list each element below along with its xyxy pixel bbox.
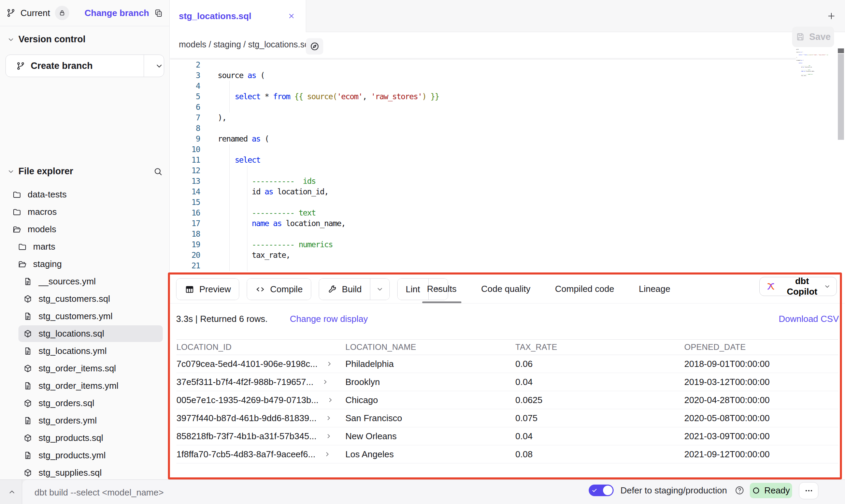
file-explorer-title: File explorer xyxy=(18,166,73,177)
file-item-stg-products-sql[interactable]: stg_products.sql xyxy=(0,429,170,447)
code-line-21[interactable]: 21 xyxy=(170,261,845,271)
line-number: 5 xyxy=(170,91,200,102)
tab-title: stg_locations.sql xyxy=(179,11,251,21)
cell-location-id: 3977f440-b87d-461b-9dd6-81839... xyxy=(176,413,317,424)
model-cube-icon xyxy=(23,399,32,408)
file-item-stg-supplies-sql[interactable]: stg_supplies.sql xyxy=(0,464,170,481)
copy-branch-icon[interactable] xyxy=(154,9,163,18)
search-icon[interactable] xyxy=(153,167,163,176)
chevron-up-icon[interactable] xyxy=(8,488,16,496)
tab-stg-locations-sql[interactable]: stg_locations.sql xyxy=(170,0,306,32)
more-options-button[interactable] xyxy=(799,482,818,499)
code-line-6[interactable]: 6 xyxy=(170,102,845,113)
code-line-17[interactable]: 17 name as location_name, xyxy=(170,218,845,229)
code-line-8[interactable]: 8 xyxy=(170,123,845,134)
tab-lineage[interactable]: Lineage xyxy=(634,275,675,303)
file-item-stg-orders-yml[interactable]: stg_orders.yml xyxy=(0,412,170,429)
file-item-stg-orders-sql[interactable]: stg_orders.sql xyxy=(0,395,170,412)
change-branch-link[interactable]: Change branch xyxy=(85,8,149,18)
version-control-section-header[interactable]: Version control xyxy=(7,34,86,45)
help-icon[interactable] xyxy=(734,485,745,495)
defer-toggle[interactable] xyxy=(589,485,614,496)
code-line-15[interactable]: 15 xyxy=(170,197,845,208)
expand-row-chevron-icon[interactable] xyxy=(327,396,334,404)
expand-row-chevron-icon[interactable] xyxy=(326,360,333,368)
cell-location-id: 1f8ffa70-7cb5-4d83-8a7f-9aceef6... xyxy=(176,449,315,460)
cell-location-name: Chicago xyxy=(345,391,515,409)
code-line-10[interactable]: 10 xyxy=(170,144,845,155)
file-doc-icon xyxy=(23,312,32,321)
code-line-19[interactable]: 19 ---------- numerics xyxy=(170,239,845,250)
build-dropdown-button[interactable] xyxy=(370,279,389,300)
create-branch-label: Create branch xyxy=(31,61,93,71)
version-control-title: Version control xyxy=(18,34,86,45)
cell-location-id: 858218fb-73f7-4b1b-a31f-57b345... xyxy=(176,431,317,442)
code-line-5[interactable]: 5 select * from {{ source('ecom', 'raw_s… xyxy=(170,91,845,102)
build-button[interactable]: Build xyxy=(319,279,370,300)
file-item-stg-order-items-sql[interactable]: stg_order_items.sql xyxy=(0,360,170,377)
close-icon[interactable] xyxy=(287,12,296,20)
column-header-location-name: LOCATION_NAME xyxy=(345,340,515,355)
code-text xyxy=(200,102,845,113)
code-line-14[interactable]: 14 id as location_id, xyxy=(170,187,845,197)
tab-results[interactable]: Results xyxy=(422,275,461,303)
new-tab-plus-icon[interactable] xyxy=(827,11,836,21)
code-line-18[interactable]: 18 xyxy=(170,229,845,239)
file-item-stg-order-items-yml[interactable]: stg_order_items.yml xyxy=(0,377,170,395)
tab-compiled-code[interactable]: Compiled code xyxy=(550,275,619,303)
navigate-button[interactable] xyxy=(306,38,323,55)
download-csv-link[interactable]: Download CSV xyxy=(779,314,839,324)
change-row-display-link[interactable]: Change row display xyxy=(290,314,368,324)
preview-button[interactable]: Preview xyxy=(176,279,239,300)
create-branch-dropdown-button[interactable] xyxy=(144,55,164,77)
scrollbar-thumb[interactable] xyxy=(838,48,844,53)
dbt-copilot-button[interactable]: dbt Copilot xyxy=(759,277,837,296)
table-row: 858218fb-73f7-4b1b-a31f-57b345...New Orl… xyxy=(176,427,838,445)
code-line-12[interactable]: 12 xyxy=(170,165,845,176)
code-line-9[interactable]: 9renamed as ( xyxy=(170,134,845,144)
file-item-stg-products-yml[interactable]: stg_products.yml xyxy=(0,447,170,464)
model-cube-icon xyxy=(23,364,32,373)
code-line-3[interactable]: 3source as ( xyxy=(170,70,845,81)
code-editor[interactable]: 1with23source as (4 5 select * from {{ s… xyxy=(170,58,845,275)
expand-row-chevron-icon[interactable] xyxy=(325,432,332,440)
file-item-stg-customers-sql[interactable]: stg_customers.sql xyxy=(0,290,170,308)
code-line-2[interactable]: 2 xyxy=(170,60,845,70)
file-item-models[interactable]: models xyxy=(0,221,170,238)
file-explorer-section-header[interactable]: File explorer xyxy=(7,166,163,177)
expand-row-chevron-icon[interactable] xyxy=(325,414,332,422)
code-text: ---------- numerics xyxy=(200,239,845,250)
model-cube-icon xyxy=(23,433,32,443)
line-number: 20 xyxy=(170,250,200,261)
cell-location-name: Philadelphia xyxy=(345,355,515,373)
editor-minimap[interactable]: withsource as ( select * from {{ source(… xyxy=(796,49,836,137)
code-line-4[interactable]: 4 xyxy=(170,81,845,91)
file-item-label: stg_products.yml xyxy=(39,450,106,461)
code-line-20[interactable]: 20 tax_rate, xyxy=(170,250,845,261)
chevron-down-icon xyxy=(7,35,15,44)
file-item-stg-locations-sql[interactable]: stg_locations.sql xyxy=(0,325,170,342)
file-item-staging[interactable]: staging xyxy=(0,255,170,273)
file-item-macros[interactable]: macros xyxy=(0,203,170,221)
code-line-7[interactable]: 7), xyxy=(170,113,845,123)
file-item-stg-locations-yml[interactable]: stg_locations.yml xyxy=(0,342,170,360)
editor-scrollbar[interactable] xyxy=(837,48,845,273)
code-line-13[interactable]: 13 ---------- ids xyxy=(170,176,845,187)
code-line-11[interactable]: 11 select xyxy=(170,155,845,165)
create-branch-button[interactable]: Create branch xyxy=(5,55,164,77)
tab-code-quality[interactable]: Code quality xyxy=(476,275,535,303)
compile-button[interactable]: Compile xyxy=(247,279,311,300)
code-text xyxy=(200,81,845,91)
file-item-stg-customers-yml[interactable]: stg_customers.yml xyxy=(0,308,170,325)
code-text: select * from {{ source('ecom', 'raw_sto… xyxy=(200,91,845,102)
code-line-16[interactable]: 16 ---------- text xyxy=(170,208,845,218)
file-item-data-tests[interactable]: data-tests xyxy=(0,186,170,203)
tab-label: Results xyxy=(427,284,457,294)
expand-row-chevron-icon[interactable] xyxy=(324,450,331,458)
file-item-sources-yml[interactable]: __sources.yml xyxy=(0,273,170,290)
cell-opened-date: 2020-04-28T00:00:00 xyxy=(684,391,838,409)
expand-row-chevron-icon[interactable] xyxy=(321,378,329,386)
save-button[interactable]: Save xyxy=(792,27,834,47)
file-item-marts[interactable]: marts xyxy=(0,238,170,255)
file-item-label: stg_order_items.sql xyxy=(39,363,116,374)
